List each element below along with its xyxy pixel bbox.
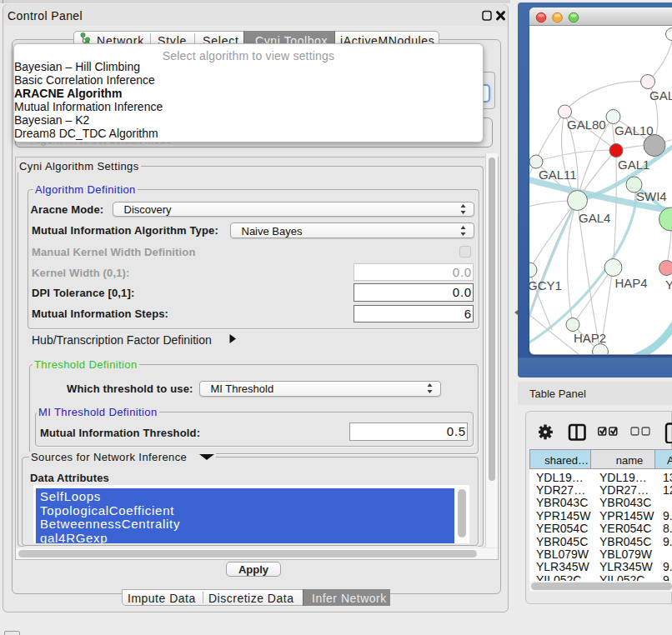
svg-text:HAP2: HAP2 [574,331,606,345]
svg-text:SWI4: SWI4 [636,189,667,203]
svg-text:HAP4: HAP4 [615,276,648,290]
svg-text:GAL80: GAL80 [567,118,606,132]
svg-text:GAL2: GAL2 [649,88,672,102]
svg-text:GCY1: GCY1 [529,278,562,292]
svg-text:GAL10: GAL10 [614,123,654,138]
svg-text:GAL4: GAL4 [579,211,610,225]
svg-text:GAL1: GAL1 [618,158,649,172]
svg-text:GAL11: GAL11 [539,168,577,182]
svg-text:YMR: YMR [665,278,672,292]
